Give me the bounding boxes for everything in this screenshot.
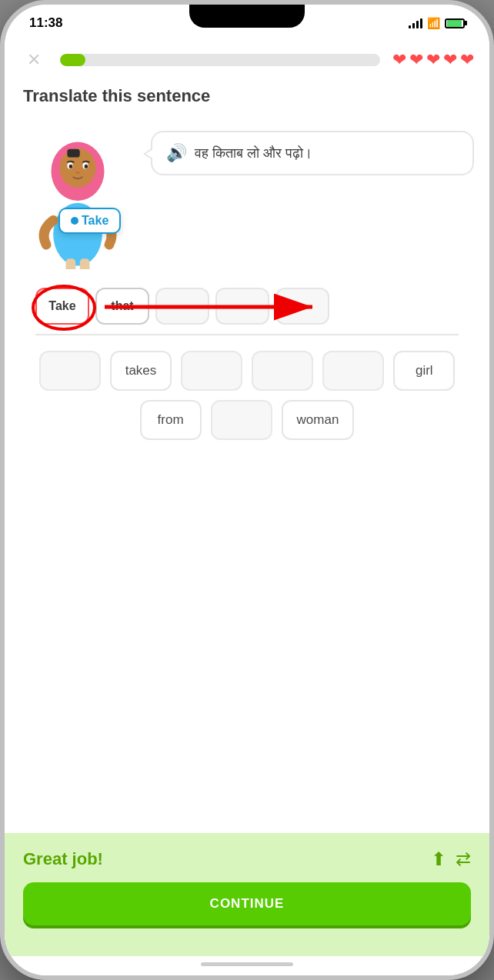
signal-bars-icon — [409, 18, 422, 28]
heart-5: ❤ — [460, 50, 474, 70]
phone-frame: 11:38 📶 ✕ — [0, 0, 494, 980]
word-bank: takes girl from woman — [5, 335, 489, 833]
hearts-container: ❤ ❤ ❤ ❤ ❤ — [392, 50, 474, 70]
word-slots-row: Take that — [35, 288, 459, 335]
character-container: Take — [20, 115, 143, 272]
action-icons: ⬆ ⇄ — [431, 848, 471, 870]
phone-inner: 11:38 📶 ✕ — [5, 5, 489, 975]
character-speech-row: Take 🔊 वह किताब लो और पढ़ो। — [20, 115, 474, 272]
progress-bar-fill — [60, 54, 85, 66]
instruction-text: Translate this sentence — [5, 83, 489, 115]
heart-4: ❤ — [443, 50, 457, 70]
speech-bubble: 🔊 वह किताब लो और पढ़ो। — [151, 131, 474, 175]
character-svg — [20, 115, 135, 269]
notch — [189, 5, 305, 28]
great-job-row: Great job! ⬆ ⇄ — [23, 848, 471, 870]
svg-point-8 — [75, 172, 79, 175]
close-button[interactable]: ✕ — [20, 46, 48, 74]
content-area: Take 🔊 वह किताब लो और पढ़ो। Take — [5, 115, 489, 335]
word-chip-empty-5 — [211, 400, 272, 440]
share-icon[interactable]: ⬆ — [431, 848, 446, 870]
sound-icon[interactable]: 🔊 — [166, 143, 187, 163]
svg-rect-10 — [80, 258, 90, 269]
battery-icon — [445, 18, 465, 28]
status-time: 11:38 — [29, 15, 62, 31]
dragging-word-chip[interactable]: Take — [58, 208, 121, 234]
answer-slot-3[interactable] — [155, 288, 209, 325]
progress-bar — [60, 54, 380, 66]
answer-slot-5[interactable] — [275, 288, 329, 325]
app-content: ✕ ❤ ❤ ❤ ❤ ❤ Translate this sentence — [5, 37, 489, 975]
word-chip-woman[interactable]: woman — [282, 400, 355, 440]
svg-point-6 — [69, 165, 73, 168]
flag-icon[interactable]: ⇄ — [456, 848, 471, 870]
answer-area: Take that — [20, 288, 474, 335]
wifi-icon: 📶 — [427, 17, 440, 29]
word-chip-empty-4 — [322, 351, 384, 391]
bottom-panel: Great job! ⬆ ⇄ CONTINUE — [5, 833, 489, 956]
word-chip-empty-1 — [39, 351, 101, 391]
word-bank-row-1: takes girl — [20, 351, 474, 391]
svg-rect-9 — [66, 258, 76, 269]
answer-slot-2[interactable]: that — [95, 288, 149, 325]
word-chip-empty-3 — [252, 351, 313, 391]
svg-point-7 — [85, 165, 88, 168]
speech-text: वह किताब लो और पढ़ो। — [195, 145, 312, 162]
answer-slot-1[interactable]: Take — [35, 288, 89, 325]
top-bar: ✕ ❤ ❤ ❤ ❤ ❤ — [5, 37, 489, 83]
word-chip-girl[interactable]: girl — [393, 351, 455, 391]
heart-1: ❤ — [392, 50, 406, 70]
answer-slot-4[interactable] — [215, 288, 269, 325]
status-icons: 📶 — [409, 17, 465, 29]
home-indicator — [201, 962, 293, 966]
continue-button[interactable]: CONTINUE — [23, 882, 471, 925]
great-job-text: Great job! — [23, 849, 103, 869]
svg-rect-3 — [67, 149, 79, 158]
word-bank-row-2: from woman — [20, 400, 474, 440]
word-chip-takes[interactable]: takes — [110, 351, 172, 391]
heart-3: ❤ — [426, 50, 440, 70]
heart-2: ❤ — [409, 50, 423, 70]
word-chip-empty-2 — [181, 351, 242, 391]
word-chip-from[interactable]: from — [140, 400, 202, 440]
